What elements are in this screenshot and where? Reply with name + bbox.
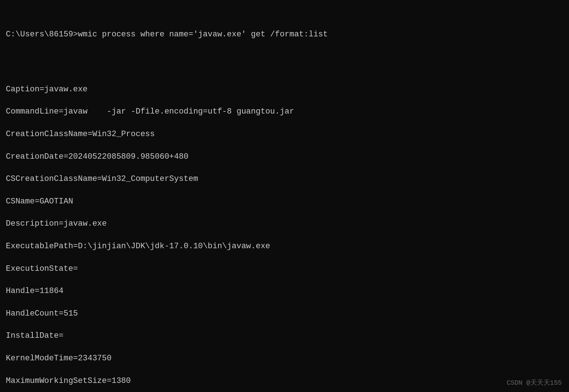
output-line: Description=javaw.exe bbox=[6, 218, 562, 230]
command-line: C:\Users\86159>wmic process where name='… bbox=[6, 29, 562, 40]
watermark: CSDN @天天天155 bbox=[507, 379, 562, 388]
output-line: CommandLine=javaw -jar -Dfile.encoding=u… bbox=[6, 106, 562, 118]
output-line: ExecutionState= bbox=[6, 264, 562, 275]
output-line: Handle=11864 bbox=[6, 286, 562, 297]
output-line: KernelModeTime=2343750 bbox=[6, 353, 562, 364]
output-line: HandleCount=515 bbox=[6, 308, 562, 320]
output-line: ExecutablePath=D:\jinjian\JDK\jdk-17.0.1… bbox=[6, 241, 562, 252]
terminal-content: C:\Users\86159>wmic process where name='… bbox=[6, 7, 562, 392]
output-line: CreationClassName=Win32_Process bbox=[6, 129, 562, 140]
output-line: CSName=GAOTIAN bbox=[6, 196, 562, 207]
output-line: MaximumWorkingSetSize=1380 bbox=[6, 376, 562, 387]
output-line: InstallDate= bbox=[6, 330, 562, 342]
output-line: CreationDate=20240522085809.985060+480 bbox=[6, 151, 562, 163]
output-line: Caption=javaw.exe bbox=[6, 84, 562, 95]
output-area: Caption=javaw.exe CommandLine=javaw -jar… bbox=[6, 73, 562, 392]
output-line: CSCreationClassName=Win32_ComputerSystem bbox=[6, 174, 562, 185]
